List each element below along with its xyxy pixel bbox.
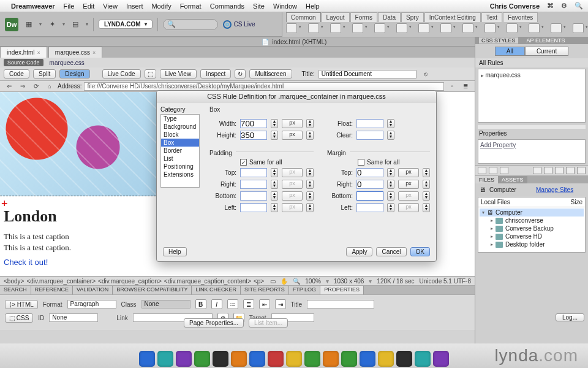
hand-tool-icon[interactable]: ✋ [281, 278, 288, 285]
mar-top-input[interactable] [356, 168, 383, 177]
insert-tab-layout[interactable]: Layout [322, 12, 350, 22]
unit-select[interactable]: px [398, 191, 419, 201]
menu-modify[interactable]: Modify [151, 2, 171, 10]
insert-btn[interactable] [529, 23, 540, 33]
insert-tab-forms[interactable]: Forms [350, 12, 377, 22]
file-tab-css[interactable]: marquee.css× [48, 47, 103, 58]
cat-block[interactable]: Block [161, 131, 199, 139]
col-local-files[interactable]: Local Files [481, 199, 571, 205]
cascade-icon[interactable] [478, 167, 486, 174]
insert-btn[interactable] [308, 23, 319, 33]
stepper[interactable] [423, 191, 430, 201]
tab-reference[interactable]: REFERENCE [31, 286, 74, 294]
tab-validation[interactable]: VALIDATION [73, 286, 113, 294]
tab-ftp-log[interactable]: FTP LOG [289, 286, 320, 294]
rules-icon[interactable] [489, 167, 497, 174]
tag-crumb[interactable]: <div.marquee_caption> [98, 278, 162, 285]
insert-tab-ice[interactable]: InContext Editing [424, 12, 481, 22]
insert-tab-text[interactable]: Text [481, 12, 502, 22]
ok-button[interactable]: OK [410, 247, 430, 256]
tab-ap-elements[interactable]: AP ELEMENTS [524, 37, 568, 44]
dock-app-icon[interactable] [360, 351, 375, 367]
unit-stepper[interactable] [306, 119, 314, 128]
unit-select[interactable]: px [282, 168, 303, 177]
cat-extensions[interactable]: Extensions [161, 171, 199, 178]
tag-crumb[interactable]: <p> [254, 278, 264, 285]
log-button[interactable]: Log... [556, 313, 584, 321]
menu-format[interactable]: Format [180, 2, 202, 10]
options-icon[interactable]: ≣ [460, 81, 471, 92]
dock-app-icon[interactable] [139, 351, 155, 367]
insert-btn[interactable] [418, 23, 429, 33]
close-icon[interactable]: × [92, 50, 96, 56]
insert-btn[interactable] [374, 23, 385, 33]
cat-positioning[interactable]: Positioning [161, 163, 199, 171]
cancel-button[interactable]: Cancel [376, 247, 406, 256]
tag-crumb[interactable]: <div.marquee_caption_content> [164, 278, 251, 285]
source-code-button[interactable]: Source Code [4, 59, 43, 66]
nav-fwd-icon[interactable]: ⇒ [17, 81, 28, 92]
nav-refresh-icon[interactable]: ⟳ [31, 81, 42, 92]
insert-tab-fav[interactable]: Favorites [503, 12, 538, 22]
link-icon[interactable] [533, 167, 541, 174]
related-file[interactable]: marquee.css [50, 59, 85, 66]
stepper[interactable] [271, 168, 278, 177]
select-tool-icon[interactable]: ▭ [270, 278, 276, 285]
nav-back-icon[interactable]: ⇐ [4, 81, 15, 92]
new-rule-icon[interactable] [544, 167, 552, 174]
site-select[interactable]: Computer [489, 186, 532, 193]
dock-app-icon[interactable] [396, 351, 412, 367]
props-icon[interactable] [500, 167, 508, 174]
tab-site-reports[interactable]: SITE REPORTS [241, 286, 289, 294]
cslive-button[interactable]: CS Live [223, 20, 255, 29]
check-icon[interactable]: ⎋ [420, 69, 431, 80]
browse-icon[interactable]: ▫ [447, 81, 458, 92]
edit-rule-icon[interactable] [555, 167, 564, 174]
disable-icon[interactable] [566, 167, 575, 174]
stepper[interactable] [423, 168, 430, 177]
ol-button[interactable]: ≣ [243, 299, 254, 309]
scrollbar[interactable] [478, 124, 586, 129]
props-css-tab[interactable]: ⬚ CSS [5, 313, 33, 323]
clear-stepper[interactable] [387, 131, 394, 140]
tab-browser-compat[interactable]: BROWSER COMPATIBILITY [113, 286, 192, 294]
dock-app-icon[interactable] [268, 351, 284, 367]
inspect-button[interactable]: Inspect [200, 69, 231, 79]
width-unit[interactable]: px [282, 119, 303, 128]
dock-app-icon[interactable] [433, 351, 449, 367]
dock-app-icon[interactable] [378, 351, 394, 367]
dock-app-icon[interactable] [194, 351, 210, 367]
col-size[interactable]: Size [571, 199, 582, 205]
site-icon[interactable]: ▤ [70, 19, 81, 30]
padding-same-checkbox[interactable]: ✓ [240, 159, 247, 166]
dock-app-icon[interactable] [231, 351, 247, 367]
tree-node[interactable]: ▸Converse Backup [480, 224, 584, 232]
title-input[interactable] [318, 70, 417, 79]
app-menu[interactable]: Dreamweaver [11, 2, 55, 10]
address-field[interactable]: file:///Converse HD/Users/chrisconverse/… [84, 82, 444, 91]
inspect-split-icon[interactable]: ⬚ [145, 69, 156, 79]
dock-app-icon[interactable] [323, 351, 339, 367]
menu-site[interactable]: Site [253, 2, 265, 10]
menubar-user[interactable]: Chris Converse [490, 2, 540, 10]
stepper[interactable] [387, 203, 394, 212]
tree-node[interactable]: ▸chrisconverse [480, 217, 584, 224]
insert-tab-spry[interactable]: Spry [401, 12, 424, 22]
stepper[interactable] [387, 168, 394, 177]
menu-help[interactable]: Help [306, 2, 320, 10]
class-select[interactable]: None [141, 300, 190, 309]
file-tab-index[interactable]: index.html× [0, 47, 47, 58]
unit-select[interactable]: px [398, 203, 419, 212]
page-properties-button[interactable]: Page Properties... [184, 318, 244, 328]
unit-stepper[interactable] [306, 131, 314, 140]
width-stepper[interactable] [271, 119, 278, 128]
extend-icon[interactable]: ✦ [47, 19, 58, 30]
tag-crumb[interactable]: <div.marquee_container> [26, 278, 96, 285]
format-select[interactable]: Paragraph [67, 300, 116, 309]
float-input[interactable] [356, 119, 383, 128]
help-button[interactable]: Help [163, 247, 187, 256]
tab-link-checker[interactable]: LINK CHECKER [192, 286, 241, 294]
float-stepper[interactable] [387, 119, 394, 128]
italic-button[interactable]: I [211, 299, 222, 309]
height-stepper[interactable] [271, 131, 278, 140]
